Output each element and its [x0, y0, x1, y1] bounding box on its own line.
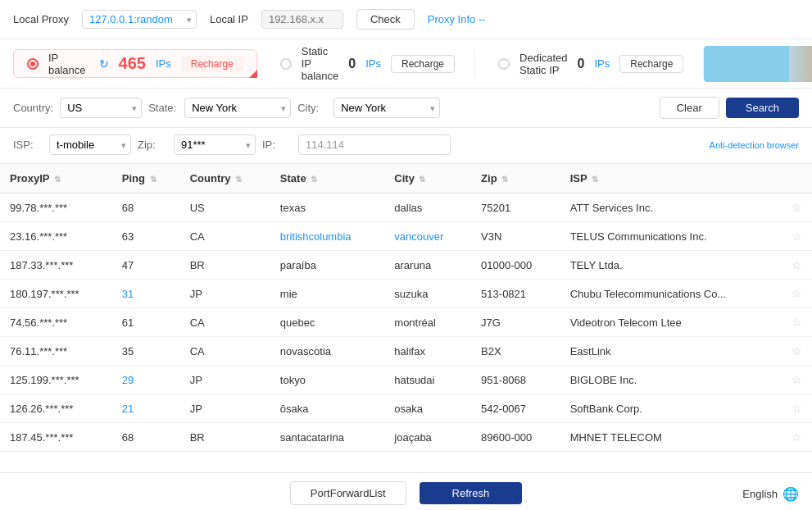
ip-balance-radio[interactable]: [27, 58, 39, 70]
language-selector[interactable]: English 🌐: [742, 486, 799, 502]
city-select[interactable]: New York: [333, 98, 440, 118]
local-ip-input[interactable]: [261, 10, 343, 29]
col-city[interactable]: City ⇅: [384, 164, 471, 194]
zip-select[interactable]: 91***: [174, 134, 256, 155]
star-icon[interactable]: ☆: [792, 287, 802, 300]
cell-ping: 21: [112, 394, 180, 423]
star-icon[interactable]: ☆: [792, 344, 802, 357]
star-icon[interactable]: ☆: [792, 373, 802, 386]
state-select[interactable]: New York: [184, 98, 291, 118]
cell-ping: 29: [112, 366, 180, 394]
cell-zip: 75201: [471, 194, 560, 222]
col-state[interactable]: State ⇅: [270, 164, 384, 194]
refresh-button[interactable]: Refresh: [420, 482, 523, 504]
cell-state: novascotia: [270, 337, 384, 366]
cell-ping: 61: [112, 308, 180, 337]
isp-select[interactable]: t-mobile: [49, 134, 131, 155]
cell-zip: 513-0821: [471, 280, 560, 308]
cell-star[interactable]: ☆: [782, 222, 812, 251]
cell-ping: 35: [112, 337, 180, 366]
ip-balance-unit: IPs: [156, 57, 171, 70]
table-body: 99.78.***.*** 68 US texas dallas 75201 A…: [0, 194, 812, 452]
cell-star[interactable]: ☆: [782, 194, 812, 222]
country-select[interactable]: US: [60, 98, 142, 118]
col-country[interactable]: Country ⇅: [180, 164, 270, 194]
proxy-table-wrapper: ProxyIP ⇅ Ping ⇅ Country ⇅ State ⇅ City …: [0, 164, 812, 472]
col-ping[interactable]: Ping ⇅: [112, 164, 180, 194]
dedicated-recharge-button[interactable]: Recharge: [619, 55, 683, 73]
dedicated-ip-label: Dedicated Static IP: [519, 52, 568, 76]
state-select-wrapper: New York: [184, 98, 291, 118]
ip-recharge-button[interactable]: Recharge: [181, 56, 243, 72]
cell-city: suzuka: [384, 280, 471, 308]
search-button[interactable]: Search: [726, 98, 799, 118]
cell-country: BR: [180, 423, 270, 452]
col-proxyip[interactable]: ProxyIP ⇅: [0, 164, 112, 194]
dedicated-ip-radio[interactable]: [498, 58, 510, 70]
check-button[interactable]: Check: [356, 9, 415, 30]
banner-area: [704, 49, 812, 78]
clear-button[interactable]: Clear: [660, 97, 719, 119]
star-icon[interactable]: ☆: [792, 258, 802, 271]
cell-proxyip: 187.33.***.***: [0, 251, 112, 280]
table-row: 99.78.***.*** 68 US texas dallas 75201 A…: [0, 194, 812, 222]
cell-state: texas: [270, 194, 384, 222]
cell-star[interactable]: ☆: [782, 337, 812, 366]
cell-ping: 68: [112, 423, 180, 452]
dedicated-count: 0: [578, 57, 585, 71]
star-icon[interactable]: ☆: [792, 316, 802, 329]
bottom-bar: PortForwardList Refresh English 🌐: [0, 472, 812, 510]
col-zip[interactable]: Zip ⇅: [471, 164, 560, 194]
static-ip-radio[interactable]: [280, 58, 292, 70]
col-action: [782, 164, 812, 194]
cell-country: CA: [180, 222, 270, 251]
star-icon[interactable]: ☆: [792, 402, 802, 415]
port-forward-button[interactable]: PortForwardList: [290, 481, 406, 505]
state-label: State:: [148, 102, 178, 114]
cell-isp: MHNET TELECOM: [560, 423, 782, 452]
cell-proxyip: 126.26.***.***: [0, 394, 112, 423]
static-recharge-button[interactable]: Recharge: [391, 55, 455, 73]
ip-input[interactable]: [298, 134, 451, 155]
proxy-info-link[interactable]: Proxy Info --: [428, 13, 486, 25]
cell-city: araruna: [384, 251, 471, 280]
cell-star[interactable]: ☆: [782, 251, 812, 280]
cell-star[interactable]: ☆: [782, 308, 812, 337]
static-ip-balance-card: Static IP balance 0 IPs Recharge: [270, 49, 475, 78]
cell-proxyip: 187.45.***.***: [0, 423, 112, 452]
table-row: 125.199.***.*** 29 JP tokyo hatsudai 951…: [0, 366, 812, 394]
anti-detection-link[interactable]: Anti-detection browser: [710, 140, 799, 150]
balance-row: IP balance ↻ 465 IPs Recharge Static IP …: [0, 39, 812, 89]
cell-proxyip: 99.78.***.***: [0, 194, 112, 222]
star-icon[interactable]: ☆: [792, 230, 802, 243]
cell-country: BR: [180, 251, 270, 280]
cell-star[interactable]: ☆: [782, 423, 812, 452]
local-proxy-select-wrapper: 127.0.0.1:random: [82, 10, 197, 29]
cell-star[interactable]: ☆: [782, 366, 812, 394]
ip-balance-refresh-icon[interactable]: ↻: [99, 57, 109, 71]
cell-zip: 01000-000: [471, 251, 560, 280]
language-label: English: [742, 488, 778, 500]
cell-state: mie: [270, 280, 384, 308]
col-isp[interactable]: ISP ⇅: [560, 164, 782, 194]
filter-row-2: ISP: t-mobile Zip: 91*** IP: Anti-detect…: [0, 128, 812, 164]
filter-row-1: Country: US State: New York City: New Yo…: [0, 89, 812, 128]
proxy-table: ProxyIP ⇅ Ping ⇅ Country ⇅ State ⇅ City …: [0, 164, 812, 452]
star-icon[interactable]: ☆: [792, 430, 802, 444]
cell-zip: J7G: [471, 308, 560, 337]
local-proxy-select[interactable]: 127.0.0.1:random: [82, 10, 197, 29]
cell-isp: EastLink: [560, 337, 782, 366]
cell-star[interactable]: ☆: [782, 394, 812, 423]
cell-state: santacatarina: [270, 423, 384, 452]
cell-state: britishcolumbia: [270, 222, 384, 251]
static-ip-unit: IPs: [365, 57, 381, 70]
city-label: City:: [297, 102, 327, 114]
top-bar: Local Proxy 127.0.0.1:random Local IP Ch…: [0, 0, 812, 39]
cell-isp: TELUS Communications Inc.: [560, 222, 782, 251]
star-icon[interactable]: ☆: [792, 201, 802, 214]
cell-star[interactable]: ☆: [782, 280, 812, 308]
static-ip-label: Static IP balance: [302, 45, 339, 82]
cell-zip: 542-0067: [471, 394, 560, 423]
cell-zip: 951-8068: [471, 366, 560, 394]
city-select-wrapper: New York: [333, 98, 440, 118]
